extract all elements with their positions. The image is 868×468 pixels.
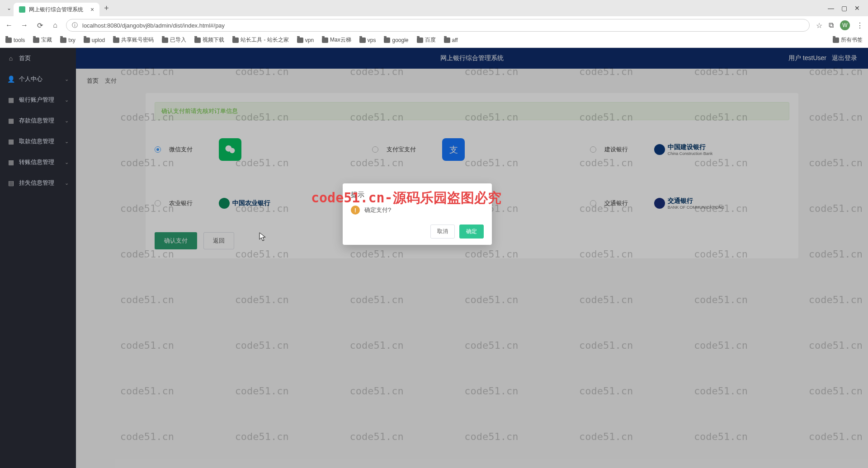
sidebar-item-grid[interactable]: ▦转账信息管理⌄: [0, 152, 76, 173]
sidebar-item-label: 首页: [19, 54, 31, 62]
app-shell: code51.cncode51.cncode51.cncode51.cncode…: [0, 48, 868, 468]
sidebar-item-grid[interactable]: ▦取款信息管理⌄: [0, 131, 76, 152]
all-bookmarks-label: 所有书签: [841, 36, 863, 44]
folder-icon: [297, 37, 303, 43]
grid-icon: ▦: [7, 96, 14, 103]
bookmark-item[interactable]: Max云梯: [322, 36, 351, 44]
bookmark-label: 已导入: [170, 36, 186, 44]
home-icon[interactable]: ⌂: [51, 21, 60, 29]
bookmark-item[interactable]: google: [384, 37, 408, 43]
chevron-down-icon: ⌄: [65, 180, 69, 186]
home-icon: ⌂: [7, 55, 14, 62]
bookmark-label: vps: [368, 37, 376, 43]
sidebar-item-label: 取款信息管理: [19, 137, 54, 145]
bookmark-label: aff: [452, 37, 458, 43]
folder-icon: [417, 37, 423, 43]
sidebar-item-label: 个人中心: [19, 75, 42, 83]
sidebar-item-list[interactable]: ▤挂失信息管理⌄: [0, 173, 76, 193]
warning-icon: !: [351, 206, 360, 215]
folder-icon: [60, 37, 66, 43]
maximize-icon[interactable]: ▢: [841, 5, 847, 12]
bookmark-item[interactable]: aff: [444, 37, 458, 43]
bookmark-item[interactable]: txy: [60, 37, 75, 43]
browser-tab[interactable]: 网上银行综合管理系统 ×: [14, 3, 99, 16]
bookmark-item[interactable]: tools: [5, 37, 25, 43]
minimize-icon[interactable]: —: [828, 5, 834, 12]
chevron-down-icon: ⌄: [65, 76, 69, 82]
sidebar-item-grid[interactable]: ▦银行账户管理⌄: [0, 89, 76, 110]
profile-avatar[interactable]: W: [840, 20, 850, 30]
tab-favicon: [19, 6, 25, 13]
sidebar-item-user[interactable]: 👤个人中心⌄: [0, 69, 76, 89]
dialog-cancel-button[interactable]: 取消: [430, 225, 455, 239]
chevron-down-icon: ⌄: [65, 159, 69, 165]
grid-icon: ▦: [7, 159, 14, 166]
confirm-dialog: 提示 ! 确定支付? 取消 确定: [343, 183, 492, 245]
dialog-footer: 取消 确定: [351, 225, 484, 239]
close-window-icon[interactable]: ✕: [854, 5, 860, 12]
sidebar-item-label: 银行账户管理: [19, 96, 54, 104]
sidebar-item-label: 转账信息管理: [19, 158, 54, 166]
bookmark-item[interactable]: 宝藏: [33, 36, 52, 44]
url-input[interactable]: ⓘ localhost:8080/djangobvj8b/admin/dist/…: [66, 19, 810, 32]
reload-icon[interactable]: ⟳: [35, 21, 44, 30]
bookmark-label: 站长工具 - 站长之家: [241, 36, 289, 44]
chevron-down-icon: ⌄: [65, 139, 69, 145]
grid-icon: ▦: [7, 138, 14, 145]
dialog-body: ! 确定支付?: [351, 206, 484, 215]
bookmark-label: 宝藏: [41, 36, 52, 44]
sidebar-item-grid[interactable]: ▦存款信息管理⌄: [0, 110, 76, 131]
folder-icon: [833, 37, 839, 43]
bookmark-item[interactable]: 共享账号密码: [113, 36, 154, 44]
sidebar-item-label: 存款信息管理: [19, 117, 54, 125]
star-icon[interactable]: ☆: [816, 21, 822, 30]
sidebar-item-home[interactable]: ⌂首页: [0, 48, 76, 69]
folder-icon: [5, 37, 12, 43]
main-area: 网上银行综合管理系统 用户 testUser 退出登录 首页 支付 确认支付前请…: [76, 48, 868, 468]
menu-icon[interactable]: ⋮: [856, 21, 863, 30]
chevron-down-icon: ⌄: [65, 97, 69, 103]
folder-icon: [322, 37, 328, 43]
bookmark-label: uplod: [92, 37, 105, 43]
new-tab-button[interactable]: +: [104, 4, 109, 13]
chevron-down-icon: ⌄: [65, 118, 69, 124]
bookmark-label: tools: [14, 37, 25, 43]
bookmark-item[interactable]: 已导入: [162, 36, 186, 44]
dialog-ok-button[interactable]: 确定: [459, 225, 484, 239]
folder-icon: [33, 37, 39, 43]
folder-icon: [384, 37, 390, 43]
folder-icon: [113, 37, 119, 43]
folder-icon: [84, 37, 90, 43]
bookmark-label: 共享账号密码: [121, 36, 154, 44]
bookmark-item[interactable]: 视频下载: [194, 36, 224, 44]
bookmark-item[interactable]: 站长工具 - 站长之家: [232, 36, 289, 44]
site-info-icon[interactable]: ⓘ: [72, 21, 78, 29]
bookmark-label: vpn: [305, 37, 314, 43]
bookmark-item[interactable]: uplod: [84, 37, 105, 43]
browser-tab-bar: ⌄ 网上银行综合管理系统 × + — ▢ ✕: [0, 0, 868, 16]
sidebar: ⌂首页👤个人中心⌄▦银行账户管理⌄▦存款信息管理⌄▦取款信息管理⌄▦转账信息管理…: [0, 48, 76, 468]
sidebar-item-label: 挂失信息管理: [19, 179, 54, 187]
back-icon[interactable]: ←: [5, 21, 14, 29]
bookmark-item[interactable]: 百度: [417, 36, 436, 44]
bookmark-label: 百度: [425, 36, 436, 44]
tab-close-icon[interactable]: ×: [90, 6, 94, 13]
bookmarks-bar: tools宝藏txyuplod共享账号密码已导入视频下载站长工具 - 站长之家v…: [0, 34, 868, 47]
all-bookmarks[interactable]: 所有书签: [833, 36, 863, 44]
modal-mask[interactable]: [76, 48, 868, 468]
bookmark-item[interactable]: vpn: [297, 37, 314, 43]
extensions-icon[interactable]: ⧉: [829, 21, 834, 29]
dialog-message: 确定支付?: [364, 206, 391, 214]
tab-search-dropdown[interactable]: ⌄: [5, 5, 14, 11]
tab-title: 网上银行综合管理系统: [29, 6, 83, 14]
address-bar: ← → ⟳ ⌂ ⓘ localhost:8080/djangobvj8b/adm…: [0, 16, 868, 34]
browser-chrome: ⌄ 网上银行综合管理系统 × + — ▢ ✕ ← → ⟳ ⌂ ⓘ localho…: [0, 0, 868, 48]
folder-icon: [444, 37, 450, 43]
forward-icon[interactable]: →: [20, 21, 29, 29]
bookmark-label: Max云梯: [330, 36, 351, 44]
url-text: localhost:8080/djangobvj8b/admin/dist/in…: [82, 22, 225, 29]
folder-icon: [194, 37, 201, 43]
user-icon: 👤: [7, 75, 14, 83]
folder-icon: [232, 37, 239, 43]
bookmark-item[interactable]: vps: [359, 37, 376, 43]
